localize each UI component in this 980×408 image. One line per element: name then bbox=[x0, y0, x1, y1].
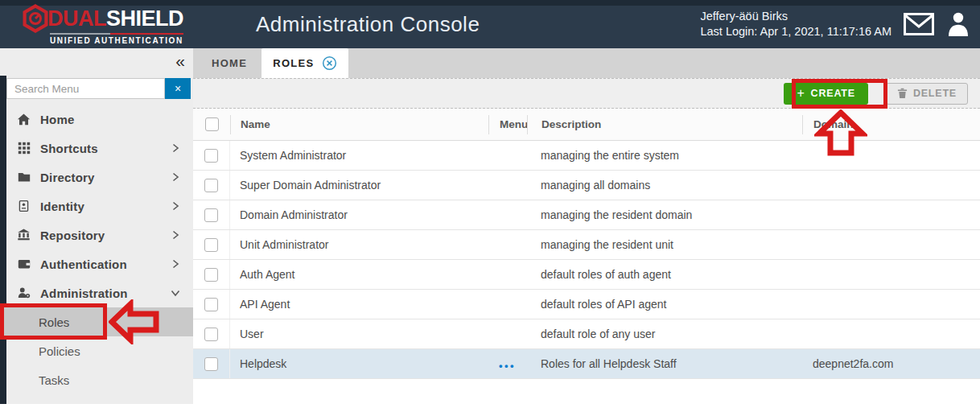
chevron-down-icon bbox=[170, 287, 181, 302]
table-row[interactable]: API Agent default roles of API agent bbox=[193, 290, 980, 319]
role-name: Auth Agent bbox=[230, 260, 488, 289]
row-checkbox[interactable] bbox=[204, 208, 218, 222]
row-checkbox[interactable] bbox=[204, 268, 218, 282]
brand-name-red: DUAL bbox=[47, 6, 106, 31]
role-name: API Agent bbox=[230, 290, 488, 319]
role-name: System Administrator bbox=[230, 141, 488, 170]
create-button[interactable]: + CREATE bbox=[784, 83, 867, 105]
user-name: Jeffery-äöü Birks bbox=[700, 9, 891, 24]
row-checkbox[interactable] bbox=[204, 179, 218, 192]
sidebar-item-label: Shortcuts bbox=[40, 142, 98, 155]
home-icon bbox=[16, 112, 31, 127]
sidebar-item-policies[interactable]: Policies bbox=[0, 336, 193, 365]
row-checkbox[interactable] bbox=[204, 357, 218, 371]
plus-icon: + bbox=[797, 86, 805, 101]
close-tab-icon[interactable] bbox=[322, 56, 337, 71]
tab-home[interactable]: HOME bbox=[208, 48, 250, 78]
table-row[interactable]: Domain Administrator managing the reside… bbox=[193, 200, 980, 230]
grid-icon bbox=[16, 141, 31, 155]
row-checkbox[interactable] bbox=[204, 238, 218, 252]
search-clear-button[interactable]: × bbox=[165, 78, 191, 99]
table-row[interactable]: System Administrator managing the entire… bbox=[193, 141, 980, 171]
role-description: default roles of auth agent bbox=[527, 260, 802, 289]
row-menu-cell bbox=[488, 230, 527, 259]
select-all-checkbox[interactable] bbox=[205, 117, 219, 131]
sidebar-item-label: Repository bbox=[40, 229, 105, 242]
role-description: managing the resident domain bbox=[527, 200, 802, 229]
sidebar-item-label: Identity bbox=[40, 200, 84, 213]
delete-button[interactable]: DELETE bbox=[886, 83, 968, 105]
last-login: Last Login: Apr 1, 2021, 11:17:16 AM bbox=[700, 24, 891, 39]
bank-icon bbox=[16, 228, 31, 242]
role-description: default role of any user bbox=[527, 319, 802, 348]
page-title: Administration Console bbox=[256, 0, 480, 48]
table-row-helpdesk[interactable]: Helpdesk ••• Roles for all Helpdesk Staf… bbox=[193, 349, 980, 379]
wallet-icon bbox=[16, 257, 31, 271]
table-row[interactable]: Unit Administrator managing the resident… bbox=[193, 230, 980, 260]
sidebar-item-home[interactable]: Home bbox=[0, 105, 193, 134]
role-description: Roles for all Helpdesk Staff bbox=[527, 349, 802, 378]
brand-name-white: SHIELD bbox=[106, 6, 183, 31]
role-description: managing all domains bbox=[527, 171, 802, 200]
sidebar-item-label: Authentication bbox=[40, 258, 127, 271]
sidebar-item-directory[interactable]: Directory bbox=[0, 163, 193, 192]
row-actions-menu-icon[interactable]: ••• bbox=[499, 356, 516, 372]
role-domain bbox=[802, 171, 980, 200]
create-button-label: CREATE bbox=[811, 88, 855, 99]
row-menu-cell bbox=[488, 141, 527, 170]
user-profile-icon[interactable] bbox=[946, 11, 970, 37]
delete-button-label: DELETE bbox=[913, 88, 957, 99]
role-domain bbox=[802, 200, 980, 229]
role-name: Helpdesk bbox=[230, 349, 488, 378]
role-name: Super Domain Administrator bbox=[230, 171, 488, 200]
chevron-right-icon bbox=[170, 171, 181, 186]
column-header-description: Description bbox=[527, 115, 802, 134]
role-description: default roles of API agent bbox=[527, 290, 802, 319]
role-domain bbox=[802, 319, 980, 348]
role-name: User bbox=[230, 319, 488, 348]
dualshield-hexagon-icon bbox=[21, 4, 50, 33]
role-description: managing the resident unit bbox=[527, 230, 802, 259]
toolbar: + CREATE DELETE bbox=[193, 78, 980, 109]
table-header-row: Name Menu Description Domain bbox=[193, 109, 980, 141]
sidebar-item-shortcuts[interactable]: Shortcuts bbox=[0, 134, 193, 163]
column-header-name: Name bbox=[230, 115, 488, 134]
dualshield-logo: DUALSHIELD UNIFIED AUTHENTICATION bbox=[21, 4, 183, 45]
role-domain bbox=[802, 141, 980, 170]
chevron-right-icon bbox=[170, 229, 181, 244]
role-domain bbox=[802, 290, 980, 319]
row-checkbox[interactable] bbox=[204, 328, 218, 341]
row-menu-cell bbox=[488, 171, 527, 200]
sidebar-collapse-icon[interactable]: « bbox=[175, 52, 185, 71]
trash-icon bbox=[897, 88, 908, 99]
sidebar-item-label: Administration bbox=[40, 286, 128, 300]
mail-icon[interactable] bbox=[904, 13, 934, 35]
sidebar-item-repository[interactable]: Repository bbox=[0, 220, 193, 249]
column-header-menu: Menu bbox=[488, 115, 527, 134]
sidebar-item-identity[interactable]: Identity bbox=[0, 192, 193, 220]
chevron-right-icon bbox=[170, 200, 181, 215]
sidebar-item-roles[interactable]: Roles bbox=[0, 307, 193, 336]
table-row[interactable]: Auth Agent default roles of auth agent bbox=[193, 260, 980, 290]
tab-roles[interactable]: ROLES bbox=[261, 48, 348, 78]
role-domain bbox=[802, 260, 980, 289]
roles-table: Name Menu Description Domain System Admi… bbox=[193, 109, 980, 379]
table-row[interactable]: User default role of any user bbox=[193, 319, 980, 349]
chevron-right-icon bbox=[170, 142, 181, 157]
row-checkbox[interactable] bbox=[204, 298, 218, 311]
brand-tagline: UNIFIED AUTHENTICATION bbox=[50, 36, 183, 45]
row-menu-cell bbox=[488, 200, 527, 229]
role-description: managing the entire system bbox=[527, 141, 802, 170]
chevron-right-icon bbox=[170, 258, 181, 273]
table-row[interactable]: Super Domain Administrator managing all … bbox=[193, 171, 980, 200]
sidebar: « × Home Shortcuts bbox=[0, 48, 193, 404]
sidebar-item-authentication[interactable]: Authentication bbox=[0, 249, 193, 278]
sidebar-item-administration[interactable]: Administration bbox=[0, 278, 193, 307]
role-name: Unit Administrator bbox=[230, 230, 488, 259]
sidebar-item-label: Directory bbox=[40, 171, 95, 184]
row-checkbox[interactable] bbox=[204, 149, 218, 163]
sidebar-item-tasks[interactable]: Tasks bbox=[0, 365, 193, 394]
id-card-icon bbox=[16, 199, 31, 213]
search-input[interactable] bbox=[6, 78, 165, 99]
tab-bar: HOME ROLES bbox=[193, 48, 980, 78]
